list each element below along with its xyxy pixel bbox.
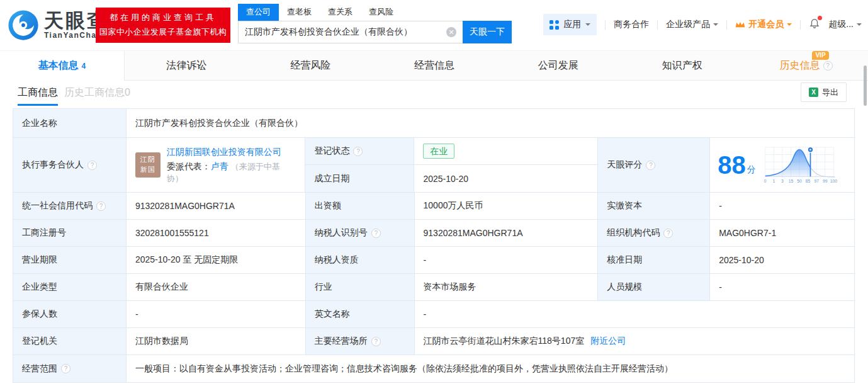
svg-text:3: 3 — [781, 179, 784, 183]
partner-avatar[interactable]: 江阴 新国 — [135, 152, 161, 178]
tab-label: 法律诉讼 — [166, 59, 206, 72]
registry-value: 江阴市数据局 — [135, 336, 188, 347]
taxpayer-id-value: 91320281MAG0HGR71A — [424, 228, 523, 238]
org-code-value: MAG0HGR7-1 — [719, 228, 776, 238]
search-tab-company[interactable]: 查公司 — [238, 4, 279, 21]
subtab-history-business-info[interactable]: 历史工商信息0 — [64, 86, 130, 99]
top-navigation: 应用 商务合作 企业级产品 开通会员 超级.. — [543, 14, 862, 35]
approval-date-value: 2025-10-20 — [719, 255, 764, 265]
search-box: 查公司 查老板 查关系 查风险 ✕ 天眼一下 — [238, 4, 512, 43]
search-tab-relation[interactable]: 查关系 — [320, 4, 361, 21]
svg-text:15: 15 — [788, 179, 793, 183]
svg-text:99: 99 — [823, 179, 828, 183]
taxpayer-quality-label: 纳税人资质 — [315, 254, 359, 266]
reg-status-label: 登记状态 — [314, 145, 349, 157]
promo-banner: 都在用的商业查询工具 国家中小企业发展子基金旗下机构 — [96, 8, 230, 43]
nav-apps-label: 应用 — [563, 19, 581, 30]
staff-size-value: - — [719, 282, 722, 292]
help-icon[interactable]: ? — [87, 161, 97, 170]
tab-company-development[interactable]: 公司发展 — [496, 51, 620, 81]
nearby-companies-link[interactable]: 附近公司 — [590, 336, 626, 347]
company-type-label: 企业类型 — [22, 281, 57, 293]
approval-date-label: 核准日期 — [607, 254, 642, 266]
score-value: 88 — [718, 152, 746, 178]
reg-number-value: 320281001555121 — [135, 228, 209, 238]
svg-text:1: 1 — [772, 179, 775, 183]
vertical-scrollbar[interactable] — [864, 65, 867, 106]
business-term-value: 2025-10-20 至 无固定期限 — [135, 254, 238, 266]
nav-enterprise-products[interactable]: 企业级产品 — [666, 19, 718, 30]
help-icon[interactable]: ? — [823, 61, 833, 71]
business-scope-value: 一般项目：以自有资金从事投资活动；企业管理咨询；信息技术咨询服务（除依法须经批准… — [135, 362, 673, 375]
partner-company-link[interactable]: 江阴新国联创业投资有限公司 — [167, 146, 296, 157]
nav-apps[interactable]: 应用 — [543, 14, 597, 35]
taxpayer-id-label: 纳税人识别号 — [315, 227, 368, 239]
nav-divider — [726, 20, 727, 30]
search-button[interactable]: 天眼一下 — [463, 21, 512, 43]
nav-cooperation-label: 商务合作 — [614, 19, 649, 30]
tianyancha-logo-icon — [6, 8, 40, 42]
notifications-bell[interactable] — [809, 18, 820, 31]
help-icon[interactable]: ? — [353, 147, 363, 156]
nav-super-vip[interactable]: 超级... — [828, 19, 862, 30]
nav-open-vip[interactable]: 开通会员 — [735, 19, 792, 30]
nav-divider — [800, 20, 801, 30]
export-label: 导出 — [822, 87, 838, 98]
search-input[interactable] — [238, 21, 463, 43]
subtab-business-info[interactable]: 工商信息 — [18, 86, 58, 99]
tab-history-info[interactable]: 历史信息 VIP ? — [744, 51, 868, 81]
nav-open-vip-label: 开通会员 — [748, 19, 784, 30]
establish-date-label: 成立日期 — [314, 173, 349, 184]
site-header: 天眼查 TianYanCha.com 都在用的商业查询工具 国家中小企业发展子基… — [0, 0, 868, 50]
help-icon[interactable]: ? — [96, 201, 106, 211]
tab-operation-info[interactable]: 经营信息 — [373, 51, 497, 81]
excel-icon: X — [809, 88, 818, 97]
table-row: 执行事务合伙人 ? 江阴 新国 江阴新国联创业投资有限公司 委派代表：卢青 （来… — [13, 138, 855, 193]
nav-super-vip-label: 超级... — [828, 19, 854, 30]
score-cell: 88 分 — [710, 138, 855, 193]
export-button[interactable]: X 导出 — [801, 82, 847, 102]
tab-basic-info[interactable]: 基本信息 4 — [0, 51, 125, 81]
rep-name-link[interactable]: 卢青 — [211, 161, 228, 171]
promo-line2: 国家中小企业发展子基金旗下机构 — [99, 25, 227, 40]
help-icon[interactable]: ? — [61, 364, 70, 373]
svg-text:85: 85 — [806, 179, 811, 183]
score-label: 天眼评分 — [607, 159, 642, 171]
tab-label: 公司发展 — [538, 59, 578, 72]
apps-grid-icon — [550, 20, 559, 30]
english-name-label: 英文名称 — [315, 309, 350, 320]
english-name-value: - — [424, 309, 427, 319]
search-tabs: 查公司 查老板 查关系 查风险 — [238, 4, 512, 21]
paidin-capital-value: - — [719, 201, 722, 211]
section-toolbar: 工商信息 历史工商信息0 X 导出 — [0, 81, 868, 108]
tab-label: 基本信息 — [38, 59, 79, 72]
nav-cooperation[interactable]: 商务合作 — [614, 19, 649, 30]
capital-value: 10000万人民币 — [424, 200, 483, 212]
nav-enterprise-label: 企业级产品 — [666, 19, 710, 30]
establish-date-value: 2025-10-20 — [423, 174, 468, 184]
svg-text:97: 97 — [814, 179, 819, 183]
company-tabbar: 基本信息 4 法律诉讼 经营风险 经营信息 公司发展 知识产权 历史信息 VIP… — [0, 50, 868, 81]
table-row: 经营范围 ? 一般项目：以自有资金从事投资活动；企业管理咨询；信息技术咨询服务（… — [13, 355, 855, 383]
score-distribution-chart: 0 1 3 15 50 85 97 99 100 — [760, 145, 840, 185]
clear-search-icon[interactable]: ✕ — [446, 27, 456, 37]
tab-operation-risk[interactable]: 经营风险 — [249, 51, 373, 81]
svg-text:50: 50 — [797, 179, 802, 183]
business-scope-label: 经营范围 — [22, 363, 57, 375]
search-tab-boss[interactable]: 查老板 — [279, 4, 320, 21]
chevron-down-icon — [787, 23, 792, 28]
help-icon[interactable]: ? — [371, 337, 381, 346]
help-icon[interactable]: ? — [371, 229, 381, 238]
tab-legal[interactable]: 法律诉讼 — [125, 51, 249, 81]
search-tab-risk[interactable]: 查风险 — [361, 4, 402, 21]
business-term-label: 营业期限 — [22, 254, 57, 266]
help-icon[interactable]: ? — [646, 161, 655, 170]
tab-intellectual-property[interactable]: 知识产权 — [620, 51, 744, 81]
table-row: 营业期限 2025-10-20 至 无固定期限 纳税人资质 - 核准日期 202… — [13, 247, 855, 274]
tab-label: 历史信息 — [780, 60, 820, 71]
status-badge: 在业 — [423, 144, 454, 159]
credit-code-value: 91320281MAG0HGR71A — [135, 201, 235, 211]
insured-count-label: 参保人数 — [22, 309, 57, 320]
help-icon[interactable]: ? — [663, 229, 673, 238]
reg-number-label: 工商注册号 — [22, 227, 66, 239]
